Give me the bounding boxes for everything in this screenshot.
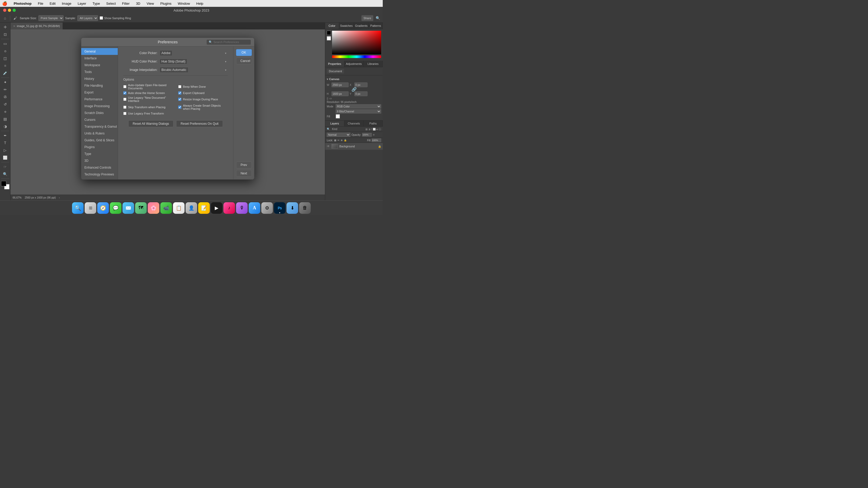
prefs-nav-enhanced[interactable]: Enhanced Controls [81, 164, 118, 171]
zoom-tool[interactable]: 🔍 [2, 171, 9, 177]
fill-color-swatch[interactable] [336, 114, 340, 119]
option-auto-update-label[interactable]: Auto-Update Open File-based Documents [128, 84, 173, 90]
opacity-input[interactable] [362, 133, 372, 137]
option-smart-objects-checkbox[interactable] [178, 106, 181, 109]
eraser-tool[interactable]: ⎆ [2, 108, 9, 115]
prefs-nav-transparency[interactable]: Transparency & Gamut [81, 123, 118, 130]
prefs-search-box[interactable]: 🔍 [206, 39, 251, 45]
tab-gradients[interactable]: Gradients [354, 23, 369, 29]
lock-all-icon[interactable]: 🔒 [344, 139, 347, 141]
lasso-tool[interactable]: ⌾ [2, 47, 9, 54]
menu-plugins[interactable]: Plugins [159, 2, 173, 5]
prefs-nav-history[interactable]: History [81, 75, 118, 82]
dock-apple-tv[interactable]: ▶ [211, 202, 222, 214]
dock-music[interactable]: ♪ [223, 202, 235, 214]
dock-safari[interactable]: 🧭 [97, 202, 109, 214]
prefs-nav-plugins[interactable]: Plugins [81, 144, 118, 151]
prefs-nav-technology[interactable]: Technology Previews [81, 171, 118, 178]
healing-brush-tool[interactable]: ✦ [2, 79, 9, 86]
maximize-button[interactable] [12, 9, 16, 12]
doc-tab-close[interactable]: ✕ [13, 25, 15, 28]
option-beep-checkbox[interactable] [178, 85, 181, 88]
bit-depth-select[interactable]: 8 Bits/Channel [336, 109, 381, 113]
dock-contacts[interactable]: 👤 [186, 202, 197, 214]
color-fg-swatch[interactable] [327, 31, 331, 35]
close-button[interactable] [3, 9, 6, 12]
apple-menu[interactable]: 🍎 [2, 1, 7, 6]
color-mode-select[interactable]: RGB Color [336, 104, 381, 108]
color-gradient-picker[interactable] [332, 31, 381, 54]
history-brush-tool[interactable]: ↺ [2, 101, 9, 108]
menu-file[interactable]: File [37, 2, 44, 5]
crop-tool[interactable]: ⌗ [2, 62, 9, 69]
dock-mail[interactable]: ✉️ [123, 202, 134, 214]
fg-bg-color-picker[interactable] [1, 181, 9, 189]
filter-toggle-icon[interactable]: ○ [378, 128, 381, 131]
move-tool[interactable]: ✛ [2, 24, 9, 30]
portrait-icon[interactable]: ▯ [327, 97, 328, 100]
link-dimensions-icon[interactable]: 🔗 [353, 88, 355, 91]
status-arrow[interactable]: › [59, 196, 60, 199]
prefs-nav-type[interactable]: Type [81, 151, 118, 157]
prefs-search-input[interactable] [213, 40, 249, 43]
next-button[interactable]: Next [236, 170, 252, 177]
lock-pixels-icon[interactable]: ▦ [334, 139, 337, 141]
color-bg-swatch[interactable] [327, 36, 331, 40]
marquee-tool[interactable]: ▭ [2, 40, 9, 47]
prefs-nav-units[interactable]: Units & Rulers [81, 130, 118, 137]
tab-paths[interactable]: Paths [364, 121, 383, 126]
prefs-nav-general[interactable]: General [81, 48, 118, 55]
lock-artboard-icon[interactable]: ⊕ [341, 139, 343, 141]
dock-launchpad[interactable]: ⊞ [85, 202, 96, 214]
menu-view[interactable]: View [146, 2, 155, 5]
tab-adjustments[interactable]: Adjustments [344, 61, 364, 67]
menu-image[interactable]: Image [61, 2, 72, 5]
sample-size-select[interactable]: Point Sample [38, 15, 64, 21]
path-select-tool[interactable]: ▷ [2, 147, 9, 154]
prefs-nav-scratch-disks[interactable]: Scratch Disks [81, 109, 118, 116]
prefs-nav-image-processing[interactable]: Image Processing [81, 103, 118, 109]
hand-tool[interactable]: ☞ [2, 163, 9, 170]
dock-trash[interactable]: 🗑 [299, 202, 311, 214]
layer-background[interactable]: 👁 Background 🔒 [325, 143, 383, 150]
dodge-tool[interactable]: ◑ [2, 123, 9, 130]
prefs-nav-cursors[interactable]: Cursors [81, 116, 118, 123]
clone-stamp-tool[interactable]: ✇ [2, 94, 9, 100]
type-tool[interactable]: T [2, 139, 9, 146]
prefs-nav-3d[interactable]: 3D [81, 157, 118, 164]
option-skip-transform-label[interactable]: Skip Transform when Placing [128, 106, 165, 109]
tab-swatches[interactable]: Swatches [339, 23, 354, 29]
minimize-button[interactable] [8, 9, 11, 12]
foreground-color[interactable] [1, 181, 6, 186]
menu-layer[interactable]: Layer [76, 2, 87, 5]
reset-preferences-button[interactable]: Reset Preferences On Quit [176, 120, 223, 127]
dock-maps[interactable]: 🗺 [135, 202, 147, 214]
menu-photoshop[interactable]: Photoshop [12, 2, 33, 5]
eyedropper-tool[interactable]: 💉 [2, 70, 9, 76]
hud-color-picker-select[interactable]: Hue Strip (Small) [160, 59, 187, 64]
option-smart-objects-label[interactable]: Always Create Smart Objects when Placing [183, 104, 228, 110]
hue-slider[interactable] [332, 56, 381, 58]
opacity-slider-icon[interactable]: ⊕ [373, 133, 375, 136]
object-select-tool[interactable]: ◫ [2, 55, 9, 62]
option-legacy-free-transform-checkbox[interactable] [123, 112, 126, 115]
document-tab-active[interactable]: ✕ image_51.jpg @ 66,7% (RGB/8#) [10, 23, 63, 29]
tab-document-label[interactable]: Document [327, 69, 344, 73]
image-interpolation-select[interactable]: Bicubic Automatic [160, 67, 188, 73]
x-input[interactable] [354, 83, 368, 87]
tab-color[interactable]: Color [325, 23, 339, 29]
option-resize-place-label[interactable]: Resize Image During Place [183, 98, 218, 101]
option-beep-label[interactable]: Beep When Done [183, 85, 206, 88]
dock-podcasts[interactable]: 🎙 [236, 202, 248, 214]
prefs-nav-file-handling[interactable]: File Handling [81, 82, 118, 89]
cancel-button[interactable]: Cancel [236, 58, 252, 64]
ok-button[interactable]: OK [236, 49, 252, 56]
tab-channels[interactable]: Channels [344, 121, 364, 126]
sample-layers-select[interactable]: All Layers [77, 15, 98, 21]
option-export-clipboard-label[interactable]: Export Clipboard [183, 91, 205, 95]
artboard-tool[interactable]: ⊡ [2, 31, 9, 38]
dock-downloads[interactable]: ⬇ [286, 202, 298, 214]
menu-edit[interactable]: Edit [49, 2, 57, 5]
search-toolbar-icon[interactable]: 🔍 [375, 15, 381, 21]
option-auto-update-checkbox[interactable] [123, 85, 126, 88]
